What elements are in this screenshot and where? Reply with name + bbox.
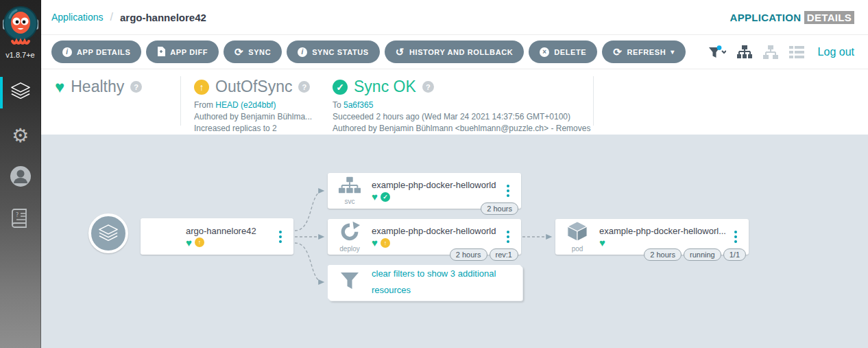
healthy-heart-icon: ♥	[599, 237, 605, 248]
logout-link[interactable]: Log out	[818, 46, 854, 58]
sync-message-line: Increased replicas to 2	[194, 123, 328, 135]
age-badge: 2 hours	[644, 248, 682, 261]
delete-button[interactable]: × DELETE	[529, 40, 597, 63]
user-icon	[10, 165, 32, 190]
argocd-logo: v1.8.7+e	[0, 0, 40, 59]
tree-view-button[interactable]	[737, 45, 752, 59]
breadcrumb: Applications / argo-hannelore42	[51, 11, 206, 23]
ready-badge: 1/1	[723, 248, 746, 261]
breadcrumb-applications-link[interactable]: Applications	[51, 12, 104, 23]
delete-icon: ×	[540, 47, 549, 57]
sidebar-item-documentation[interactable]: ?	[0, 199, 40, 242]
app-details-button[interactable]: i APP DETAILS	[51, 40, 141, 63]
pod-node-menu-button[interactable]	[732, 228, 740, 246]
help-icon[interactable]: ?	[298, 81, 310, 93]
history-rollback-button[interactable]: ↺ HISTORY AND ROLLBACK	[385, 40, 525, 63]
resource-kind-label: pod	[572, 245, 583, 253]
deployment-node-title: example-php-docker-helloworld	[372, 226, 496, 236]
sidebar: v1.8.7+e ⚙	[0, 0, 41, 348]
sync-ok-check-icon: ✓	[333, 80, 348, 95]
clear-filters-link[interactable]: clear filters to show 3 additional resou…	[372, 266, 516, 299]
pod-cube-icon	[566, 221, 588, 244]
health-status: ♥ Healthy ?	[55, 78, 142, 96]
svg-text:?: ?	[16, 212, 19, 218]
deployment-node[interactable]: deploy example-php-docker-helloworld ♥ ↑…	[328, 219, 521, 255]
service-node-title: example-php-docker-helloworld	[372, 180, 496, 190]
sync-status: ↑ OutOfSync ? From HEAD (e2d4bbf) Author…	[194, 78, 328, 134]
info-icon: i	[298, 47, 307, 57]
sync-from-prefix: From	[194, 100, 215, 110]
outofsync-arrow-icon: ↑	[195, 237, 204, 247]
caret-down-icon: ▾	[671, 48, 675, 56]
sidebar-item-applications[interactable]	[0, 71, 40, 114]
sync-icon: ⟳	[234, 47, 243, 57]
health-status-label: Healthy	[71, 78, 124, 96]
breadcrumb-separator: /	[110, 11, 113, 23]
health-heart-icon: ♥	[55, 79, 64, 95]
service-node[interactable]: svc example-php-docker-helloworld ♥ ✓ 2 …	[328, 173, 521, 209]
revision-badge: rev:1	[490, 248, 518, 261]
deployment-node-menu-button[interactable]	[504, 228, 512, 246]
status-bar: ♥ Healthy ? ↑ OutOfSync ? From HEAD (e2d…	[41, 69, 868, 135]
file-diff-icon	[157, 47, 165, 58]
sync-author-line: Authored by Benjamin Bühlma...	[194, 111, 328, 123]
list-view-button[interactable]	[789, 46, 804, 58]
deployment-icon	[339, 221, 360, 244]
gear-icon: ⚙	[12, 124, 29, 147]
healthy-heart-icon: ♥	[372, 237, 378, 248]
help-icon[interactable]: ?	[422, 81, 434, 93]
docs-book-icon: ?	[11, 208, 30, 233]
page-title-primary: APPLICATION	[730, 12, 801, 23]
app-node[interactable]: argo-hannelore42 ♥ ↑	[141, 218, 293, 255]
resource-kind-label: svc	[345, 198, 355, 205]
help-icon[interactable]: ?	[130, 81, 142, 93]
layers-icon	[10, 82, 31, 104]
sidebar-item-settings[interactable]: ⚙	[0, 114, 40, 156]
sidebar-item-user[interactable]	[0, 156, 40, 199]
page-title-secondary: DETAILS	[804, 11, 854, 24]
filtered-resources-node[interactable]: clear filters to show 3 additional resou…	[328, 265, 521, 299]
top-bar: Applications / argo-hannelore42 APPLICAT…	[41, 0, 868, 35]
filter-button[interactable]	[708, 45, 726, 59]
status-divider	[593, 76, 594, 126]
info-icon: i	[62, 47, 72, 57]
sync-status-button[interactable]: i SYNC STATUS	[287, 40, 380, 63]
outofsync-arrow-icon: ↑	[381, 238, 390, 248]
history-icon: ↺	[396, 47, 405, 57]
application-layers-icon	[88, 213, 128, 253]
sync-button[interactable]: ⟳ SYNC	[224, 40, 282, 63]
sync-from-revision-link[interactable]: HEAD (e2d4bbf)	[215, 100, 276, 110]
version-label: v1.8.7+e	[0, 51, 40, 59]
last-sync-label: Sync OK	[354, 78, 416, 96]
healthy-heart-icon: ♥	[186, 237, 192, 248]
main-area: Applications / argo-hannelore42 APPLICAT…	[41, 0, 868, 348]
synced-check-icon: ✓	[381, 192, 390, 202]
app-node-title: argo-hannelore42	[186, 226, 256, 236]
pod-node-title: example-php-docker-helloworl...	[599, 226, 726, 236]
refresh-button[interactable]: ⟳ REFRESH ▾	[602, 40, 686, 63]
refresh-icon: ⟳	[613, 47, 622, 57]
funnel-icon	[339, 271, 360, 293]
age-badge: 2 hours	[481, 202, 518, 215]
service-node-menu-button[interactable]	[504, 182, 512, 200]
sync-status-label: OutOfSync	[215, 78, 292, 96]
app-diff-button[interactable]: APP DIFF	[146, 40, 219, 63]
app-node-menu-button[interactable]	[276, 228, 285, 246]
resource-tree-graph: argo-hannelore42 ♥ ↑	[41, 135, 868, 348]
page-title: APPLICATION DETAILS	[730, 12, 854, 23]
status-divider	[180, 76, 181, 126]
service-icon	[338, 176, 361, 197]
pod-node[interactable]: pod example-php-docker-helloworl... ♥ 2 …	[555, 219, 749, 255]
sync-to-prefix: To	[333, 100, 343, 110]
network-view-button[interactable]	[763, 45, 778, 59]
healthy-heart-icon: ♥	[372, 192, 378, 202]
action-toolbar: i APP DETAILS APP DIFF ⟳ SYNC i SYNC STA…	[41, 35, 868, 69]
age-badge: 2 hours	[450, 248, 487, 261]
phase-badge: running	[684, 248, 721, 261]
breadcrumb-current-app: argo-hannelore42	[120, 12, 206, 23]
argocd-app-details-page: v1.8.7+e ⚙	[0, 0, 868, 348]
sync-to-revision-link[interactable]: 5a6f365	[343, 100, 373, 110]
resource-kind-label: deploy	[339, 245, 359, 253]
outofsync-arrow-icon: ↑	[194, 80, 209, 95]
last-sync-time-line: Succeeded 2 hours ago (Wed Mar 24 2021 1…	[333, 111, 594, 123]
